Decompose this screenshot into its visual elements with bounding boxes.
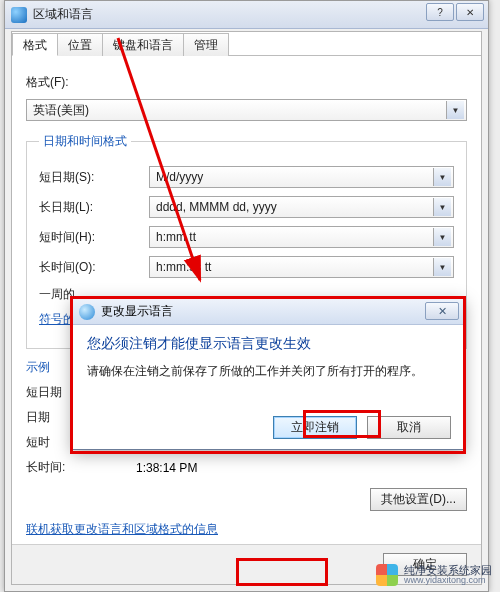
short-date-combo[interactable]: M/d/yyyy ▼ [149,166,454,188]
notation-link[interactable]: 符号的 [39,311,75,328]
help-button[interactable]: ? [426,3,454,21]
app-icon [11,7,27,23]
format-value: 英语(美国) [33,102,89,119]
tab-admin[interactable]: 管理 [183,33,229,56]
example-long-time-label: 长时间: [26,459,136,476]
dialog-message: 请确保在注销之前保存了所做的工作并关闭了所有打开的程序。 [87,363,449,380]
dialog-titlebar[interactable]: 更改显示语言 ✕ [73,299,463,325]
short-date-label: 短日期(S): [39,169,149,186]
globe-icon [79,304,95,320]
chevron-down-icon: ▼ [433,168,451,186]
tab-label: 键盘和语言 [113,38,173,52]
watermark: 纯净安装系统家园 www.yidaxitong.com [376,564,492,586]
chevron-down-icon: ▼ [446,101,464,119]
dialog-body: 您必须注销才能使显示语言更改生效 请确保在注销之前保存了所做的工作并关闭了所有打… [73,325,463,390]
window-buttons: ? ✕ [426,3,484,21]
format-label: 格式(F): [26,74,136,91]
short-time-label: 短时间(H): [39,229,149,246]
short-time-value: h:mm tt [156,230,196,244]
tab-format[interactable]: 格式 [12,33,58,56]
button-label: 取消 [397,419,421,436]
short-time-combo[interactable]: h:mm tt ▼ [149,226,454,248]
window-title: 区域和语言 [33,6,93,23]
tab-keyboard-language[interactable]: 键盘和语言 [102,33,184,56]
cancel-button[interactable]: 取消 [367,416,451,439]
dialog-close-button[interactable]: ✕ [425,302,459,320]
tab-label: 管理 [194,38,218,52]
tab-label: 格式 [23,38,47,52]
watermark-logo-icon [376,564,398,586]
tabstrip: 格式 位置 键盘和语言 管理 [12,32,481,56]
tab-location[interactable]: 位置 [57,33,103,56]
format-combo[interactable]: 英语(美国) ▼ [26,99,467,121]
long-date-combo[interactable]: dddd, MMMM dd, yyyy ▼ [149,196,454,218]
tab-label: 位置 [68,38,92,52]
chevron-down-icon: ▼ [433,228,451,246]
button-label: 其他设置(D)... [381,491,456,508]
chevron-down-icon: ▼ [433,198,451,216]
online-info-link[interactable]: 联机获取更改语言和区域格式的信息 [26,522,218,536]
long-date-value: dddd, MMMM dd, yyyy [156,200,277,214]
chevron-down-icon: ▼ [433,258,451,276]
titlebar[interactable]: 区域和语言 ? ✕ [5,1,488,29]
other-settings-button[interactable]: 其他设置(D)... [370,488,467,511]
dialog-title: 更改显示语言 [101,303,173,320]
long-time-label: 长时间(O): [39,259,149,276]
long-date-label: 长日期(L): [39,199,149,216]
dialog-buttons: 立即注销 取消 [273,416,451,439]
long-time-value: h:mm:ss tt [156,260,211,274]
change-display-language-dialog: 更改显示语言 ✕ 您必须注销才能使显示语言更改生效 请确保在注销之前保存了所做的… [72,298,464,450]
close-button[interactable]: ✕ [456,3,484,21]
logoff-now-button[interactable]: 立即注销 [273,416,357,439]
region-language-window: 区域和语言 ? ✕ 格式 位置 键盘和语言 管理 格式(F): 英语(美国) ▼ [4,0,489,592]
example-long-time-value: 1:38:14 PM [136,461,197,475]
button-label: 立即注销 [291,419,339,436]
long-time-combo[interactable]: h:mm:ss tt ▼ [149,256,454,278]
dialog-heading: 您必须注销才能使显示语言更改生效 [87,335,449,353]
short-date-value: M/d/yyyy [156,170,203,184]
group-legend: 日期和时间格式 [39,133,131,150]
watermark-url: www.yidaxitong.com [404,576,492,586]
